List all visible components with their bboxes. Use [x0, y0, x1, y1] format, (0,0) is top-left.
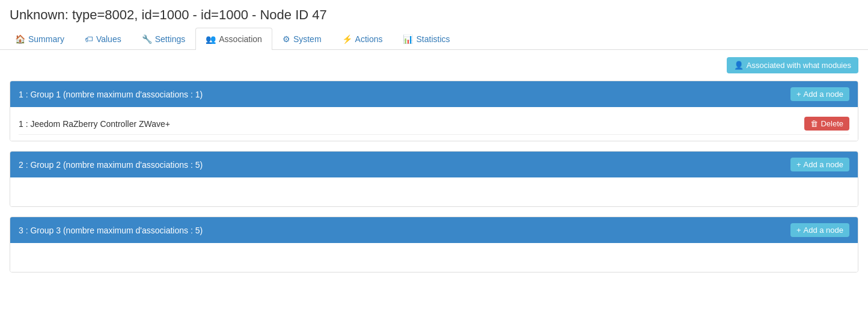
tab-values-label: Values — [96, 34, 121, 44]
users-icon: 👥 — [206, 34, 216, 44]
tag-icon: 🏷 — [85, 34, 93, 44]
group-body-1: 1 : Jeedom RaZberry Controller ZWave+ 🗑 … — [10, 107, 858, 141]
add-node-button-2[interactable]: + Add a node — [790, 158, 849, 171]
tab-association[interactable]: 👥 Association — [195, 28, 272, 50]
user-plus-icon: 👤 — [734, 61, 744, 70]
tab-system[interactable]: ⚙ System — [272, 28, 332, 50]
tab-values[interactable]: 🏷 Values — [75, 28, 132, 50]
tab-association-label: Association — [219, 34, 262, 44]
node-row-1-0: 1 : Jeedom RaZberry Controller ZWave+ 🗑 … — [19, 113, 849, 135]
page-title: Unknown: type=8002, id=1000 - id=1000 - … — [0, 0, 868, 28]
home-icon: 🏠 — [15, 34, 25, 44]
top-bar: 👤 Associated with what moduies — [10, 57, 858, 73]
group-title-1: 1 : Group 1 (nombre maximum d'associatio… — [19, 90, 203, 99]
plus-icon-2: + — [796, 160, 801, 169]
associated-button-label: Associated with what moduies — [747, 61, 851, 70]
add-node-button-3[interactable]: + Add a node — [790, 223, 849, 237]
plus-icon-1: + — [796, 90, 801, 99]
main-content: 👤 Associated with what moduies 1 : Group… — [0, 50, 868, 289]
group-card-3: 3 : Group 3 (nombre maximum d'associatio… — [10, 217, 858, 273]
group-body-2 — [10, 177, 858, 206]
add-node-label-2: Add a node — [803, 160, 843, 169]
group-header-3: 3 : Group 3 (nombre maximum d'associatio… — [10, 217, 858, 243]
tab-statistics[interactable]: 📊 Statistics — [393, 28, 460, 50]
tab-statistics-label: Statistics — [416, 34, 450, 44]
tab-summary[interactable]: 🏠 Summary — [5, 28, 75, 50]
add-node-label-3: Add a node — [803, 226, 843, 235]
add-node-label-1: Add a node — [803, 90, 843, 99]
tab-actions-label: Actions — [355, 34, 383, 44]
node-label-1-0: 1 : Jeedom RaZberry Controller ZWave+ — [19, 119, 170, 129]
tab-actions[interactable]: ⚡ Actions — [332, 28, 393, 50]
chart-icon: 📊 — [403, 34, 413, 44]
tab-settings-label: Settings — [155, 34, 186, 44]
associated-modules-button[interactable]: 👤 Associated with what moduies — [727, 57, 858, 73]
group-card-2: 2 : Group 2 (nombre maximum d'associatio… — [10, 151, 858, 207]
lightning-icon: ⚡ — [342, 34, 352, 44]
plus-icon-3: + — [796, 226, 801, 235]
group-header-1: 1 : Group 1 (nombre maximum d'associatio… — [10, 81, 858, 107]
trash-icon-1-0: 🗑 — [810, 119, 818, 128]
tab-bar: 🏠 Summary 🏷 Values 🔧 Settings 👥 Associat… — [0, 28, 868, 50]
wrench-icon: 🔧 — [142, 34, 152, 44]
group-title-3: 3 : Group 3 (nombre maximum d'associatio… — [19, 226, 203, 235]
tab-summary-label: Summary — [28, 34, 64, 44]
add-node-button-1[interactable]: + Add a node — [790, 87, 849, 101]
group-card-1: 1 : Group 1 (nombre maximum d'associatio… — [10, 81, 858, 141]
group-body-3 — [10, 243, 858, 272]
delete-button-1-0[interactable]: 🗑 Delete — [804, 117, 849, 131]
tab-system-label: System — [293, 34, 322, 44]
delete-label-1-0: Delete — [821, 119, 843, 128]
tab-settings[interactable]: 🔧 Settings — [132, 28, 196, 50]
gear-icon: ⚙ — [283, 34, 290, 44]
group-title-2: 2 : Group 2 (nombre maximum d'associatio… — [19, 160, 203, 170]
group-header-2: 2 : Group 2 (nombre maximum d'associatio… — [10, 152, 858, 177]
